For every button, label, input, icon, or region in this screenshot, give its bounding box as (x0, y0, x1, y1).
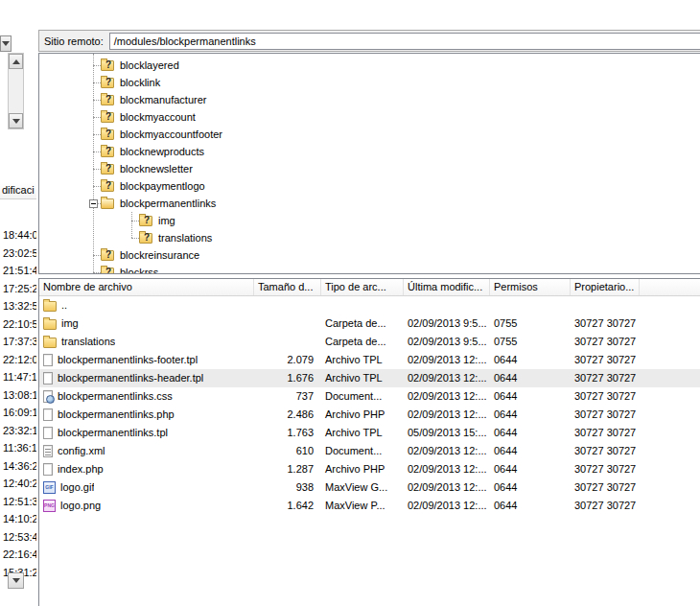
tree-item-label: blockreinsurance (118, 249, 201, 261)
file-owner-cell: 30727 30727 (571, 478, 640, 497)
file-row-translations[interactable]: translationsCarpeta de...02/09/2013 9:5.… (39, 333, 700, 351)
file-owner-cell: 30727 30727 (571, 460, 640, 478)
local-modified-column-header-fragment: dificaci (0, 182, 36, 199)
remote-path-value: /modules/blockpermanentlinks (114, 35, 256, 47)
file-perms-cell: 0644 (490, 369, 571, 387)
local-list-scroll-button[interactable] (8, 572, 24, 589)
file-name: blockpermanentlinks-footer.tpl (58, 351, 198, 369)
local-list-row-fragment[interactable]: 14:36:2 (3, 457, 36, 476)
file-name-cell: blockpermanentlinks-header.tpl (39, 369, 254, 387)
scroll-up-button[interactable] (9, 54, 23, 69)
collapse-toggle[interactable] (89, 199, 98, 208)
tree-item-blocknewproducts[interactable]: blocknewproducts (39, 143, 700, 160)
file-name: translations (61, 333, 115, 351)
local-list-row-fragment[interactable]: 13:32:5 (3, 297, 36, 315)
file-perms-cell: 0644 (490, 424, 571, 442)
file-owner-cell: 30727 30727 (571, 387, 640, 406)
local-list-row-fragment[interactable]: 22:12:0 (3, 351, 36, 369)
folder-icon (43, 301, 57, 312)
folder-question-icon (101, 129, 114, 140)
tree-item-blockmyaccount[interactable]: blockmyaccount (39, 108, 700, 126)
tree-item-label: blocknewproducts (118, 146, 206, 157)
file-name: blockpermanentlinks.css (58, 387, 173, 406)
local-list-row-fragment[interactable]: 11:36:1 (3, 439, 36, 457)
file-row-index.php[interactable]: index.php1.287Archivo PHP02/09/2013 12:.… (39, 460, 700, 478)
remote-site-label: Sitio remoto: (44, 35, 104, 47)
tree-item-img[interactable]: img (39, 212, 700, 229)
file-owner-cell: 30727 30727 (571, 442, 640, 460)
tree-item-blockmyaccountfooter[interactable]: blockmyaccountfooter (39, 126, 700, 143)
tree-item-blocklink[interactable]: blocklink (39, 74, 700, 91)
column-header-3[interactable]: Última modific... (404, 279, 490, 295)
local-list-row-fragment[interactable]: 17:37:3 (3, 333, 36, 351)
folder-question-icon (101, 95, 114, 105)
remote-directory-tree: blocklayeredblocklinkblockmanufacturerbl… (38, 53, 700, 274)
local-list-row-fragment[interactable]: 11:47:1 (3, 368, 36, 386)
folder-question-icon (139, 216, 152, 226)
gif-icon: GIF (43, 481, 56, 494)
folder-question-icon (101, 250, 114, 261)
local-list-row-fragment[interactable]: 16:09:1 (3, 404, 36, 422)
file-row-blockpermanentlinks-footer.tpl[interactable]: blockpermanentlinks-footer.tpl2.079Archi… (39, 351, 700, 369)
tree-item-blockrss[interactable]: blockrss (39, 264, 700, 274)
scroll-down-button[interactable] (9, 113, 23, 128)
tree-item-blocklayered[interactable]: blocklayered (39, 57, 700, 74)
tree-connector-stub (93, 134, 101, 135)
file-modified-cell: 05/09/2013 15:... (404, 424, 490, 442)
file-list-rows: ..imgCarpeta de...02/09/2013 9:5...07553… (39, 296, 700, 606)
local-list-row-fragment[interactable]: 22:16:4 (3, 546, 36, 564)
column-header-1[interactable]: Tamaño d... (254, 279, 321, 295)
local-tree-scrollbar[interactable] (8, 53, 24, 129)
file-row-blockpermanentlinks.tpl[interactable]: blockpermanentlinks.tpl1.763Archivo TPL0… (39, 424, 700, 442)
local-list-row-fragment[interactable]: 23:02:5 (3, 245, 36, 263)
file-size-cell (254, 333, 321, 351)
tree-item-blocknewsletter[interactable]: blocknewsletter (39, 160, 700, 177)
local-list-row-fragment[interactable]: 22:10:5 (3, 315, 36, 334)
tree-item-blockpaymentlogo[interactable]: blockpaymentlogo (39, 177, 700, 195)
local-list-row-fragment[interactable]: 14:10:2 (3, 510, 36, 528)
file-owner-cell: 30727 30727 (571, 369, 640, 387)
tree-item-label: blocklink (118, 77, 162, 88)
local-site-dropdown-arrow-icon[interactable] (0, 35, 12, 52)
local-list-row-fragment[interactable]: 17:25:2 (3, 280, 36, 298)
remote-path-input[interactable]: /modules/blockpermanentlinks (109, 33, 700, 50)
local-list-row-fragment[interactable]: 12:40:2 (3, 475, 36, 493)
arrow-down-icon (12, 119, 20, 124)
file-row-config.xml[interactable]: config.xml610Document...02/09/2013 12:..… (39, 442, 700, 460)
file-row-logo.gif[interactable]: GIFlogo.gif938MaxView G...02/09/2013 12:… (39, 478, 700, 497)
column-header-2[interactable]: Tipo de arc... (321, 279, 404, 295)
tree-item-translations[interactable]: translations (39, 229, 700, 246)
file-type-cell: Archivo PHP (321, 460, 404, 478)
tree-item-label: blockmyaccount (118, 111, 198, 123)
file-type-cell: MaxView G... (321, 478, 404, 497)
tree-item-blockmanufacturer[interactable]: blockmanufacturer (39, 91, 700, 108)
folder-question-icon (139, 233, 152, 244)
column-header-0[interactable]: Nombre de archivo (39, 279, 254, 295)
file-row-..[interactable]: .. (39, 296, 700, 315)
column-header-4[interactable]: Permisos (490, 279, 571, 295)
file-modified-cell: 02/09/2013 12:... (404, 497, 490, 515)
file-row-blockpermanentlinks-header.tpl[interactable]: blockpermanentlinks-header.tpl1.676Archi… (39, 369, 700, 387)
file-row-blockpermanentlinks.css[interactable]: blockpermanentlinks.css737Document...02/… (39, 387, 700, 406)
column-header-5[interactable]: Propietario... (571, 279, 640, 295)
file-name: index.php (58, 460, 104, 478)
png-icon: PNG (43, 500, 56, 512)
file-owner-cell: 30727 30727 (571, 424, 640, 442)
folder-question-icon (101, 181, 114, 192)
file-row-blockpermanentlinks.php[interactable]: blockpermanentlinks.php2.486Archivo PHP0… (39, 406, 700, 424)
local-list-row-fragment[interactable]: 13:08:1 (3, 386, 36, 405)
local-list-row-fragment[interactable]: 12:53:4 (3, 528, 36, 547)
tree-item-blockreinsurance[interactable]: blockreinsurance (39, 246, 700, 264)
local-list-row-fragment[interactable]: 12:51:3 (3, 493, 36, 511)
tree-item-blockpermanentlinks[interactable]: blockpermanentlinks (39, 195, 700, 212)
local-list-row-fragment[interactable]: 18:44:0 (3, 226, 36, 245)
file-perms-cell: 0755 (490, 315, 571, 333)
file-size-cell: 938 (254, 478, 321, 497)
local-list-row-fragment[interactable]: 23:32:1 (3, 422, 36, 440)
file-row-logo.png[interactable]: PNGlogo.png1.642MaxView P...02/09/2013 1… (39, 497, 700, 515)
tree-connector-stub (131, 221, 139, 221)
file-name-cell: .. (39, 296, 254, 315)
file-row-img[interactable]: imgCarpeta de...02/09/2013 9:5...0755307… (39, 315, 700, 333)
file-perms-cell: 0644 (490, 478, 571, 497)
local-list-row-fragment[interactable]: 21:51:4 (3, 262, 36, 280)
